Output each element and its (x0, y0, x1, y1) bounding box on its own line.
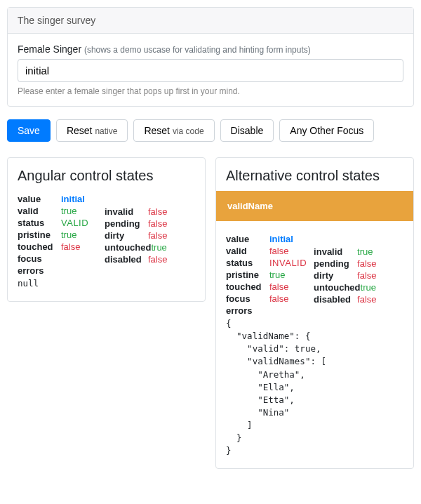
reset-code-main: Reset (144, 125, 170, 136)
reset-code-sub: via code (173, 126, 204, 136)
angular-col-left: valueinitialvalidtruestatusVALIDpristine… (18, 194, 98, 290)
state-row: valueinitial (226, 234, 307, 244)
state-key: value (18, 194, 61, 204)
state-value: true (61, 230, 98, 240)
state-value: false (357, 270, 394, 281)
state-key: status (18, 218, 61, 228)
alternative-errors-json: { "validName": { "valid": true, "validNa… (226, 317, 403, 457)
state-value: false (269, 246, 306, 256)
angular-panel-title: Angular control states (8, 158, 205, 191)
survey-card-body: Female Singer (shows a demo uscase for v… (8, 34, 413, 106)
state-row: focus (18, 253, 98, 264)
state-row: pristinetrue (226, 270, 307, 280)
state-value: false (148, 206, 185, 217)
state-row: untouchedtrue (314, 282, 396, 293)
angular-panel: Angular control states valueinitialvalid… (7, 157, 206, 302)
state-row: statusINVALID (226, 258, 307, 268)
state-key: valid (226, 246, 269, 256)
state-value: false (61, 241, 98, 252)
state-row: focusfalse (226, 293, 307, 304)
state-value: true (151, 242, 187, 253)
state-key: pristine (18, 230, 61, 240)
state-row: touchedfalse (18, 241, 98, 252)
state-panels: Angular control states valueinitialvalid… (7, 157, 414, 469)
singer-label-main: Female Singer (18, 44, 81, 55)
alternative-panel: Alternative control states validName val… (215, 157, 414, 469)
save-button[interactable]: Save (7, 119, 51, 142)
state-key: focus (18, 253, 61, 264)
state-value: true (269, 270, 306, 280)
state-key: untouched (314, 282, 360, 293)
state-row: dirtyfalse (105, 230, 187, 241)
state-row: dirtyfalse (314, 270, 396, 281)
angular-states: valueinitialvalidtruestatusVALIDpristine… (18, 194, 195, 290)
state-row: touchedfalse (226, 281, 307, 292)
state-row: pendingfalse (314, 258, 396, 269)
state-value (61, 265, 98, 276)
state-key: touched (18, 241, 61, 252)
state-key: focus (226, 293, 269, 304)
state-key: status (226, 258, 269, 268)
alternative-panel-title: Alternative control states (216, 158, 413, 191)
singer-label: Female Singer (shows a demo uscase for v… (18, 44, 403, 55)
state-row: untouchedtrue (105, 242, 187, 253)
state-value: true (61, 206, 98, 216)
state-key: dirty (105, 230, 148, 241)
state-key: dirty (314, 270, 357, 281)
state-key: valid (18, 206, 61, 216)
state-value (61, 253, 98, 264)
state-value: initial (269, 234, 306, 244)
state-row: invalidtrue (314, 246, 396, 257)
state-value: true (361, 282, 397, 293)
reset-native-sub: native (95, 126, 117, 136)
state-row: pendingfalse (105, 218, 187, 229)
state-key: pending (314, 258, 357, 269)
state-value: true (357, 246, 394, 257)
survey-card: The singer survey Female Singer (shows a… (7, 7, 414, 107)
state-row: disabledfalse (105, 254, 187, 265)
state-value (269, 305, 306, 316)
alternative-states: valueinitialvalidfalsestatusINVALIDprist… (226, 234, 403, 317)
reset-code-button[interactable]: Reset via code (133, 119, 214, 142)
state-key: invalid (314, 246, 357, 257)
state-key: value (226, 234, 269, 244)
any-other-focus-button[interactable]: Any Other Focus (279, 119, 374, 142)
state-value: VALID (61, 218, 98, 228)
state-row: invalidfalse (105, 206, 187, 217)
state-value: initial (61, 194, 98, 204)
state-key: untouched (105, 242, 151, 253)
state-key: disabled (105, 254, 148, 265)
state-key: errors (226, 305, 269, 316)
state-key: errors (18, 265, 61, 276)
state-value: INVALID (269, 258, 307, 268)
singer-input[interactable] (18, 59, 403, 82)
state-row: errors (226, 305, 307, 316)
state-value: false (357, 258, 394, 269)
state-value: false (148, 218, 185, 229)
state-row: errors (18, 265, 98, 276)
singer-hint: Please enter a female singer that pops u… (18, 86, 403, 96)
alternative-badge: validName (216, 191, 413, 221)
survey-card-header: The singer survey (8, 8, 413, 34)
state-value: false (269, 293, 306, 304)
angular-panel-body: valueinitialvalidtruestatusVALIDpristine… (8, 191, 205, 301)
state-row: validfalse (226, 246, 307, 256)
alternative-panel-body: valueinitialvalidfalsestatusINVALIDprist… (216, 221, 413, 468)
state-row: validtrue (18, 206, 98, 216)
button-row: Save Reset native Reset via code Disable… (7, 117, 414, 142)
state-value: false (357, 294, 394, 305)
state-key: touched (226, 281, 269, 292)
state-key: pending (105, 218, 148, 229)
disable-button[interactable]: Disable (220, 119, 274, 142)
alternative-col-right: invalidtruependingfalsedirtyfalseuntouch… (314, 246, 396, 317)
reset-native-main: Reset (67, 125, 93, 136)
alternative-badge-text: validName (227, 201, 273, 211)
survey-title: The singer survey (18, 15, 95, 26)
state-value: false (148, 230, 185, 241)
state-key: invalid (105, 206, 148, 217)
state-key: pristine (226, 270, 269, 280)
angular-errors-value: null (18, 277, 98, 290)
state-value: false (148, 254, 185, 265)
state-key: disabled (314, 294, 357, 305)
reset-native-button[interactable]: Reset native (56, 119, 128, 142)
